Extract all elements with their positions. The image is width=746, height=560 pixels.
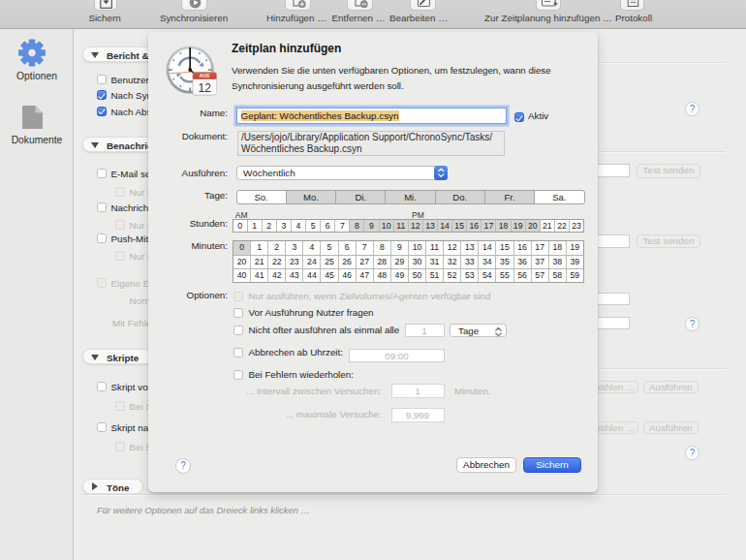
svg-text:12: 12	[199, 81, 212, 95]
svg-text:AUG: AUG	[200, 74, 210, 78]
